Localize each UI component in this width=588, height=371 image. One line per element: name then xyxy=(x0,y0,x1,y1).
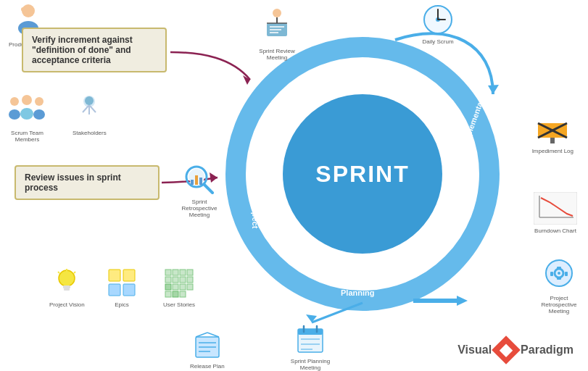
scrum-team-icon: Scrum TeamMembers xyxy=(7,94,47,143)
svg-line-60 xyxy=(74,272,75,273)
daily-scrum-label: Daily Scrum xyxy=(422,38,454,45)
svg-point-24 xyxy=(85,96,94,105)
brand-text: Visual xyxy=(457,343,492,357)
sprint-circle: SPRINT xyxy=(283,94,442,254)
daily-scrum-svg xyxy=(422,4,454,36)
svg-point-56 xyxy=(59,270,75,286)
svg-point-51 xyxy=(558,272,560,275)
svg-line-85 xyxy=(196,333,207,337)
sprint-label: SPRINT xyxy=(315,161,409,188)
epics-label: Epics xyxy=(107,301,136,308)
scrum-team-svg xyxy=(7,94,47,127)
project-vision-icon: Project Vision xyxy=(49,268,85,308)
svg-rect-65 xyxy=(123,284,135,296)
definition-text: Verify increment against "definition of … xyxy=(32,35,133,65)
svg-rect-63 xyxy=(123,270,135,281)
svg-marker-6 xyxy=(488,85,499,94)
svg-rect-46 xyxy=(534,192,577,225)
brand-name: Paradigm xyxy=(521,343,573,357)
svg-rect-58 xyxy=(64,288,70,291)
svg-rect-36 xyxy=(199,178,202,185)
svg-rect-55 xyxy=(565,272,568,276)
svg-rect-34 xyxy=(191,180,194,185)
svg-point-16 xyxy=(22,95,32,105)
sprint-planning-meeting-icon: Sprint Planning Meeting xyxy=(289,325,332,371)
stakeholders-label: Stakeholders xyxy=(73,130,107,136)
sprint-review-label: Sprint Review Meeting xyxy=(255,48,299,61)
sprint-review-icon: Sprint Review Meeting xyxy=(255,7,299,61)
sprint-retrospective-label: Sprint Retrospective Meeting xyxy=(174,199,225,218)
burndown-chart-icon: Burndown Chart xyxy=(534,192,577,234)
svg-rect-78 xyxy=(165,291,171,297)
svg-rect-45 xyxy=(550,138,555,143)
svg-rect-35 xyxy=(195,175,198,185)
svg-rect-53 xyxy=(557,277,561,280)
svg-point-17 xyxy=(20,108,33,120)
svg-line-86 xyxy=(207,333,219,337)
epics-icon: Epics xyxy=(107,268,136,308)
diagram-container: Review Retrospect Planning Implementatio… xyxy=(0,0,588,371)
user-stories-icon: User Stories xyxy=(163,268,195,308)
project-retrospective-label: Project Retrospective Meeting xyxy=(534,295,584,314)
svg-rect-79 xyxy=(173,291,178,297)
svg-point-25 xyxy=(273,9,281,17)
svg-rect-76 xyxy=(180,284,186,290)
release-plan-icon: Release Plan xyxy=(190,330,225,370)
issues-callout: Review issues in sprint process xyxy=(15,165,160,200)
scrum-team-label: Scrum TeamMembers xyxy=(7,130,47,143)
svg-rect-74 xyxy=(165,284,171,290)
svg-text:Planning: Planning xyxy=(341,288,374,297)
sprint-retrospective-icon: Sprint Retrospective Meeting xyxy=(174,161,225,218)
svg-rect-73 xyxy=(187,277,193,283)
project-retrospective-svg xyxy=(541,257,577,292)
svg-point-14 xyxy=(10,97,19,106)
impediment-log-icon: Impediment Log xyxy=(532,116,573,154)
svg-point-18 xyxy=(35,97,44,106)
svg-point-19 xyxy=(33,109,45,120)
epics-svg xyxy=(107,268,136,299)
sprint-planning-svg xyxy=(295,325,326,355)
svg-rect-62 xyxy=(109,270,120,281)
burndown-chart-label: Burndown Chart xyxy=(534,228,577,234)
svg-rect-54 xyxy=(550,272,553,276)
release-plan-label: Release Plan xyxy=(190,363,225,370)
issues-text: Review issues in sprint process xyxy=(25,172,121,193)
stakeholders-icon: Stakeholders xyxy=(73,94,107,136)
brand-logo xyxy=(492,335,521,364)
svg-rect-64 xyxy=(109,284,120,296)
sprint-review-svg xyxy=(261,7,293,45)
svg-line-61 xyxy=(58,272,59,273)
definition-callout: Verify increment against "definition of … xyxy=(22,28,167,72)
svg-line-37 xyxy=(204,185,212,193)
svg-text:Retrospect: Retrospect xyxy=(251,187,260,229)
project-vision-svg xyxy=(52,268,81,299)
svg-marker-5 xyxy=(457,296,468,306)
stakeholders-svg xyxy=(75,94,103,127)
sprint-retrospective-svg xyxy=(182,161,217,196)
release-plan-svg xyxy=(192,330,223,360)
project-vision-label: Project Vision xyxy=(49,301,85,308)
svg-rect-70 xyxy=(165,277,171,283)
svg-rect-75 xyxy=(173,284,178,290)
svg-rect-72 xyxy=(180,277,186,283)
impediment-log-svg xyxy=(534,116,571,145)
project-retrospective-icon: Project Retrospective Meeting xyxy=(534,257,584,314)
svg-rect-88 xyxy=(298,329,323,335)
svg-rect-71 xyxy=(173,277,178,283)
user-stories-svg xyxy=(164,268,194,299)
svg-rect-80 xyxy=(180,291,186,297)
svg-point-15 xyxy=(9,109,20,120)
svg-rect-68 xyxy=(180,270,186,275)
svg-rect-69 xyxy=(187,270,193,275)
burndown-chart-svg xyxy=(534,192,577,225)
svg-rect-66 xyxy=(165,270,171,275)
svg-point-13 xyxy=(21,7,25,12)
user-stories-label: User Stories xyxy=(163,301,195,308)
branding: Visual Paradigm xyxy=(457,340,573,360)
svg-rect-52 xyxy=(557,267,561,270)
svg-rect-67 xyxy=(173,270,178,275)
sprint-planning-label: Sprint Planning Meeting xyxy=(289,358,332,371)
impediment-log-label: Impediment Log xyxy=(532,148,573,154)
daily-scrum-icon: Daily Scrum xyxy=(422,4,454,45)
svg-rect-77 xyxy=(187,284,193,290)
